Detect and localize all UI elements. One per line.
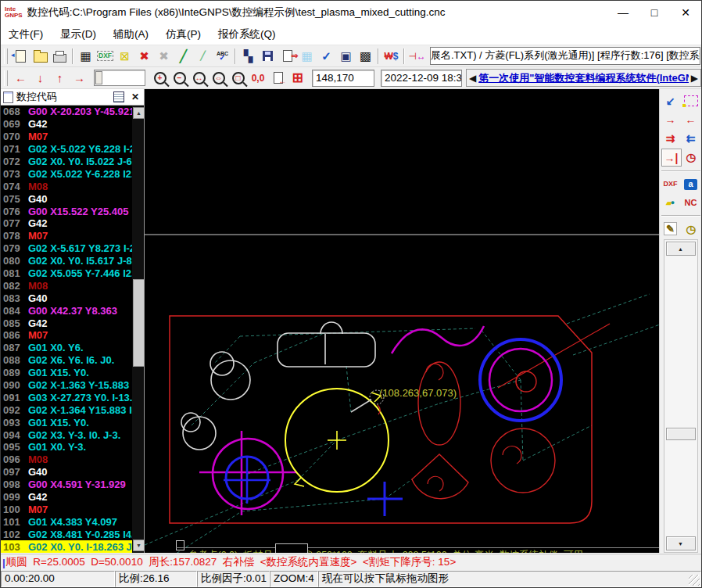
code-line[interactable]: 084G00 X42.37 Y8.363 <box>1 304 132 317</box>
menu-simulate[interactable]: 仿真(P) <box>158 25 210 44</box>
code-line[interactable]: 072G02 X0. Y0. I5.022 J-6.22 <box>1 156 132 168</box>
code-line[interactable]: 094G02 X3. Y-3. I0. J-3. <box>1 428 132 441</box>
code-line[interactable]: 081G02 X5.055 Y-7.446 I2.52 <box>1 267 132 280</box>
canvas-vertical-scrollbar[interactable]: ▲ ▼ <box>664 239 698 553</box>
copy-code-icon[interactable] <box>113 91 124 102</box>
delete-gray-x-icon[interactable]: ✖ <box>154 47 174 65</box>
code-line[interactable]: 093G01 X15. Y0. <box>1 416 132 428</box>
scroll-down-icon[interactable]: ▼ <box>666 536 696 550</box>
scroll-up-icon[interactable]: ▲ <box>133 107 144 119</box>
export-icon[interactable] <box>278 47 297 65</box>
zoom-in-icon[interactable]: + <box>150 69 170 87</box>
qr-code-icon[interactable]: ▩ <box>356 47 375 65</box>
nodes-icon[interactable]: ▚ <box>238 47 258 65</box>
edit-document-icon[interactable]: ✎ <box>661 220 680 237</box>
code-line[interactable]: 080G02 X0. Y0. I5.617 J-8.27 <box>1 255 132 267</box>
code-line[interactable]: 083G40 <box>1 292 132 304</box>
stopwatch-icon[interactable]: ◷ <box>682 220 700 237</box>
code-line[interactable]: 070M07 <box>1 131 132 143</box>
fast-forward-icon[interactable]: ⇉ <box>661 130 680 146</box>
pan-down-icon[interactable]: ↓ <box>30 69 50 87</box>
step-back-icon[interactable]: ← <box>682 111 700 127</box>
exit-icon[interactable] <box>11 47 30 65</box>
font-icon[interactable]: a <box>682 176 700 192</box>
code-line[interactable]: 097G40 <box>1 466 132 479</box>
code-line[interactable]: 082M08 <box>1 279 132 292</box>
menu-display[interactable]: 显示(D) <box>52 25 106 44</box>
code-list[interactable]: 068G00 X-20.203 Y-45.921069G42070M07071G… <box>1 106 132 553</box>
light-grid-icon[interactable]: ▦ <box>297 47 317 65</box>
menu-quote[interactable]: 报价系统(Q) <box>210 25 285 44</box>
code-line[interactable]: 090G02 X-1.363 Y-15.883 I0. <box>1 379 132 392</box>
delete-red-x-icon[interactable]: ✖ <box>134 47 154 65</box>
grid-icon[interactable]: ▦ <box>76 47 95 65</box>
speed-slider[interactable] <box>94 70 145 86</box>
code-line[interactable]: 091G03 X-27.273 Y0. I-13.63 <box>1 391 132 403</box>
menu-file[interactable]: 文件(F) <box>1 25 52 44</box>
minimize-button[interactable]: — <box>607 1 639 24</box>
zoom-out-icon[interactable]: − <box>170 69 189 87</box>
pan-up-icon[interactable]: ↑ <box>50 69 70 87</box>
code-line[interactable]: 075G40 <box>1 192 132 205</box>
print-icon[interactable] <box>50 47 70 65</box>
code-line[interactable]: 077G42 <box>1 217 132 230</box>
zoom-extents-icon[interactable]: ⇔ <box>209 69 228 87</box>
device-icon[interactable]: ▣ <box>336 47 356 65</box>
axis-origin-icon[interactable]: ↙ <box>661 92 680 109</box>
drawing-canvas[interactable]: (108.263,67.073) 参考点(0,0) 板材尺寸(长x宽):250*… <box>145 89 659 553</box>
code-line[interactable]: 101G01 X4.383 Y4.097 <box>1 515 132 528</box>
code-line[interactable]: 078M07 <box>1 230 132 242</box>
shapes-icon[interactable]: ▰● <box>661 195 680 211</box>
spell-check-icon[interactable]: ABC✓ <box>213 47 232 65</box>
code-line[interactable]: 102G02 X8.481 Y-0.285 I4.09 <box>1 528 132 540</box>
code-line[interactable]: 073G02 X5.022 Y-6.228 I2.51 <box>1 167 132 180</box>
scroll-thumb[interactable] <box>133 279 144 367</box>
maximize-button[interactable]: □ <box>639 1 670 24</box>
alarm-clock-icon[interactable]: ◷ <box>682 149 700 165</box>
step-forward-icon[interactable]: → <box>661 111 680 127</box>
code-line[interactable]: 068G00 X-20.203 Y-45.921 <box>1 106 132 118</box>
slider-thumb[interactable] <box>95 71 102 84</box>
h-scrollbar-thumb[interactable] <box>275 543 308 553</box>
code-list-scrollbar[interactable]: ▲ ▼ <box>132 106 144 553</box>
open-folder-icon[interactable] <box>30 47 50 65</box>
code-line[interactable]: 096M08 <box>1 454 132 466</box>
code-line[interactable]: 099G42 <box>1 491 132 504</box>
goto-line-icon[interactable]: →| <box>661 149 682 167</box>
code-line[interactable]: 103G02 X0. Y0. I-18.263 J-17 <box>1 540 132 553</box>
scroll-thumb[interactable] <box>666 428 696 440</box>
code-line[interactable]: 085G42 <box>1 317 132 329</box>
code-line[interactable]: 100M07 <box>1 504 132 516</box>
pan-right-icon[interactable]: → <box>70 69 89 87</box>
panel-close-icon[interactable]: ✕ <box>129 91 141 102</box>
code-line[interactable]: 089G01 X15. Y0. <box>1 367 132 379</box>
code-line[interactable]: 092G02 X-1.364 Y15.883 I-1. <box>1 403 132 416</box>
nc-code-icon[interactable]: NC <box>682 195 700 211</box>
center-cross-icon[interactable]: ⊞ <box>288 69 307 87</box>
select-mark-icon[interactable]: ⊠ <box>115 47 134 65</box>
banner-next-icon[interactable]: ▶ <box>689 73 700 84</box>
code-line[interactable]: 087G01 X0. Y6. <box>1 342 132 354</box>
scroll-down-icon[interactable]: ▼ <box>133 540 144 551</box>
code-line[interactable]: 086M07 <box>1 329 132 342</box>
banner-link[interactable]: 第一次使用"智能数控套料编程系统软件(InteGNPS)"指引 <box>478 71 689 85</box>
fast-back-icon[interactable]: ⇇ <box>682 130 700 146</box>
code-line[interactable]: 095G01 X0. Y-3. <box>1 441 132 454</box>
code-line[interactable]: 098G00 X4.591 Y-31.929 <box>1 479 132 491</box>
dxf-export-icon[interactable]: DXF <box>661 176 680 192</box>
h-scrollbar-track[interactable] <box>176 547 659 548</box>
path-direction-icon[interactable]: ⊣↔ <box>407 47 427 65</box>
price-icon[interactable]: ₩$ <box>381 47 401 65</box>
code-line[interactable]: 069G42 <box>1 118 132 131</box>
code-line[interactable]: 074M08 <box>1 180 132 192</box>
zoom-width-icon[interactable]: ↔ <box>189 69 209 87</box>
zoom-window-icon[interactable]: □ <box>228 69 248 87</box>
banner-prev-icon[interactable]: ◀ <box>467 73 478 84</box>
draw-line-small-icon[interactable]: ╱ <box>193 47 213 65</box>
code-line[interactable]: 079G02 X-5.617 Y8.273 I-2.8 <box>1 242 132 255</box>
verify-check-icon[interactable]: ✓ <box>317 47 336 65</box>
resize-grip[interactable] <box>689 575 700 586</box>
pan-left-icon[interactable]: ← <box>11 69 30 87</box>
dxf-import-icon[interactable]: DXF <box>95 47 115 65</box>
origin-button[interactable]: 0,0 <box>248 73 268 84</box>
